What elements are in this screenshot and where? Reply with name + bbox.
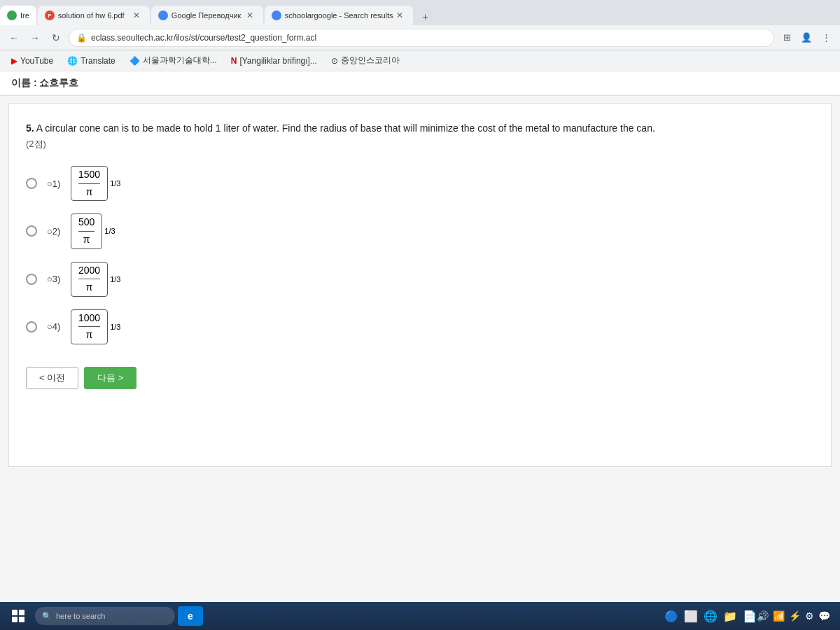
question-header: 5. A circular cone can is to be made to …: [26, 120, 814, 152]
fraction-4-num: 1000: [78, 312, 100, 328]
fraction-4: 1000 π: [71, 309, 108, 344]
fraction-2: 500 π: [71, 214, 102, 248]
quiz-container: 5. A circular cone can is to be made to …: [8, 103, 832, 467]
tab-close-2[interactable]: ✕: [130, 9, 143, 22]
bookmark-joongang-label: 중앙인스코리아: [341, 55, 400, 66]
youtube-icon: ▶: [11, 56, 18, 66]
option-4-label: ○4): [47, 321, 64, 332]
tab-2[interactable]: P solution of hw 6.pdf ✕: [38, 6, 150, 25]
start-button[interactable]: [4, 602, 32, 630]
address-text: eclass.seoultech.ac.kr/ilos/st/course/te…: [91, 33, 316, 43]
system-tray: 🔊 📶 ⚡ ⚙ 💬: [757, 610, 830, 622]
battery-icon[interactable]: ⚡: [789, 610, 801, 622]
tab-active[interactable]: Ire: [0, 6, 36, 25]
taskbar-search-text: here to search: [56, 612, 105, 620]
lock-icon: 🔒: [76, 33, 87, 43]
option-3[interactable]: ○3) 2000 π 1/3: [26, 262, 814, 297]
option-4-math: 1000 π 1/3: [69, 309, 120, 344]
tab-4[interactable]: schoolargoogle - Search results ✕: [265, 6, 413, 25]
bookmark-youtube[interactable]: ▶ YouTube: [6, 54, 59, 68]
file-explorer-icon[interactable]: 📁: [723, 610, 737, 623]
tab-bar: Ire P solution of hw 6.pdf ✕ Google Пере…: [0, 0, 840, 25]
back-button[interactable]: ←: [6, 29, 22, 46]
tab-favicon-4: [272, 10, 281, 20]
new-tab-button[interactable]: +: [417, 8, 434, 25]
fraction-2-den: π: [78, 232, 94, 247]
bookmark-youtube-label: YouTube: [20, 56, 53, 66]
radio-2[interactable]: [26, 225, 37, 237]
radio-1[interactable]: [26, 178, 37, 189]
extension-icons: ⊞ 👤 ⋮: [778, 29, 834, 46]
profile-button[interactable]: 👤: [798, 29, 815, 46]
chrome-taskbar-icon[interactable]: 🌐: [704, 610, 718, 623]
question-points: (2점): [26, 139, 46, 149]
page-content: 이름 : 쇼흐루흐 5. A circular cone can is to b…: [0, 71, 840, 609]
option-3-label: ○3): [47, 274, 64, 284]
bookmark-seoul-label: 서울과학기술대학...: [143, 55, 217, 66]
option-1-label: ○1): [47, 178, 64, 189]
extensions-button[interactable]: ⊞: [778, 29, 795, 46]
sound-icon[interactable]: 🔊: [757, 610, 769, 622]
option-3-math: 2000 π 1/3: [69, 262, 120, 297]
name-bar: 이름 : 쇼흐루흐: [0, 71, 840, 96]
fraction-2-num: 500: [78, 216, 94, 232]
forward-button[interactable]: →: [27, 29, 43, 46]
bookmark-yangiliklar-label: [Yangiliklar brifingı]...: [239, 56, 317, 66]
fraction-1: 1500 π: [71, 166, 108, 201]
exponent-3: 1/3: [110, 275, 120, 284]
address-box[interactable]: 🔒 eclass.seoultech.ac.kr/ilos/st/course/…: [69, 29, 774, 47]
windows-logo: [12, 610, 24, 622]
fraction-3-num: 2000: [78, 264, 100, 280]
menu-button[interactable]: ⋮: [818, 29, 834, 46]
options-list: ○1) 1500 π 1/3 ○2) 500 π: [26, 166, 814, 344]
joongang-icon: ⊙: [331, 56, 338, 66]
tab-label-4: schoolargoogle - Search results: [285, 11, 393, 20]
nav-buttons: < 이전 다음 >: [26, 367, 814, 389]
exponent-2: 1/3: [104, 227, 115, 235]
radio-3[interactable]: [26, 274, 37, 285]
bookmark-translate[interactable]: 🌐 Translate: [62, 54, 121, 68]
next-button[interactable]: 다음 >: [84, 367, 136, 389]
bookmark-seoul[interactable]: 🔷 서울과학기술대학...: [124, 52, 223, 69]
question-number: 5.: [26, 122, 34, 134]
bookmark-yangiliklar[interactable]: N [Yangiliklar brifingı]...: [225, 54, 323, 68]
exponent-1: 1/3: [110, 179, 120, 188]
option-2-label: ○2): [47, 226, 64, 237]
tab-favicon-2: P: [45, 10, 55, 20]
fraction-3: 2000 π: [71, 262, 108, 297]
search-icon: 🔍: [42, 612, 52, 621]
tab-favicon-1: [7, 10, 17, 20]
address-bar-row: ← → ↻ 🔒 eclass.seoultech.ac.kr/ilos/st/c…: [0, 25, 840, 50]
bookmarks-bar: ▶ YouTube 🌐 Translate 🔷 서울과학기술대학... N [Y…: [0, 50, 840, 71]
reload-button[interactable]: ↻: [48, 29, 64, 46]
yangiliklar-icon: N: [231, 56, 237, 66]
option-1[interactable]: ○1) 1500 π 1/3: [26, 166, 814, 201]
taskview-icon[interactable]: ⬜: [684, 610, 698, 623]
bookmark-translate-label: Translate: [80, 56, 115, 66]
translate-icon: 🌐: [67, 56, 78, 66]
tab-label-2: solution of hw 6.pdf: [58, 11, 125, 20]
bookmark-joongang[interactable]: ⊙ 중앙인스코리아: [326, 52, 405, 69]
tab-label-3: Google Переводчик: [172, 11, 241, 20]
network-icon[interactable]: 📶: [773, 610, 785, 622]
tab-label-1: Ire: [20, 11, 29, 20]
fraction-4-den: π: [78, 327, 100, 342]
tab-3[interactable]: Google Переводчик ✕: [151, 6, 263, 25]
taskbar-icons: 🔵 ⬜ 🌐 📁 📄: [664, 610, 757, 623]
student-name: 이름 : 쇼흐루흐: [11, 77, 78, 88]
option-2[interactable]: ○2) 500 π 1/3: [26, 214, 814, 248]
taskbar-search[interactable]: 🔍 here to search: [35, 607, 175, 625]
browser-chrome: Ire P solution of hw 6.pdf ✕ Google Пере…: [0, 0, 840, 71]
tab-close-4[interactable]: ✕: [393, 9, 406, 22]
prev-button[interactable]: < 이전: [26, 367, 78, 389]
fraction-1-num: 1500: [78, 168, 100, 184]
settings-icon[interactable]: ⚙: [805, 610, 814, 622]
notification-icon[interactable]: 💬: [818, 610, 830, 622]
taskbar-edge-icon[interactable]: e: [178, 606, 203, 626]
fraction-1-den: π: [78, 184, 100, 200]
option-4[interactable]: ○4) 1000 π 1/3: [26, 309, 814, 344]
cortana-icon[interactable]: 🔵: [664, 610, 678, 623]
radio-4[interactable]: [26, 321, 37, 332]
tab-close-3[interactable]: ✕: [244, 9, 256, 22]
word-icon[interactable]: 📄: [743, 610, 757, 623]
